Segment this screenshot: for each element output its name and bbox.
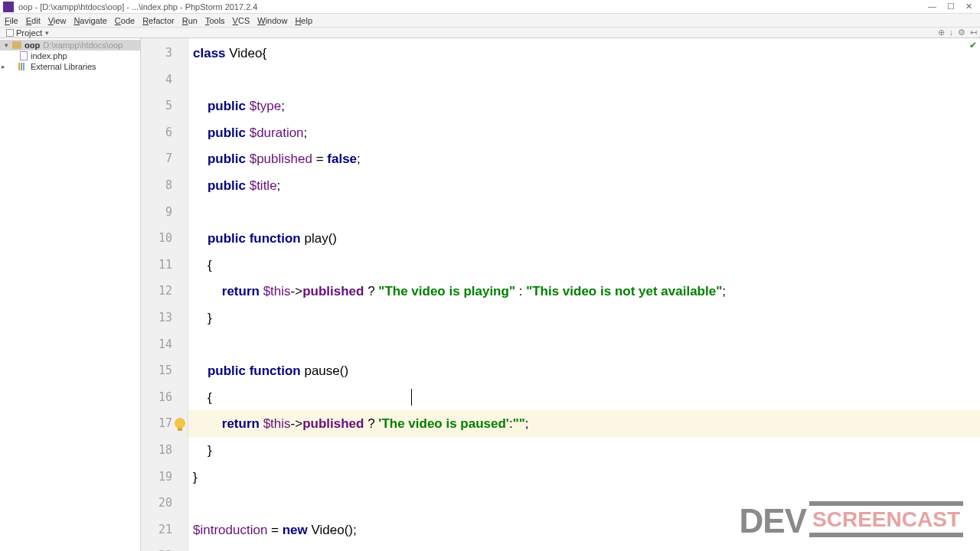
menu-help[interactable]: Help xyxy=(295,16,312,25)
line-number[interactable]: 5 xyxy=(141,93,188,119)
line-number[interactable]: 7 xyxy=(141,145,188,172)
project-label: Project xyxy=(16,28,42,37)
line-number[interactable]: 6 xyxy=(141,119,188,146)
tree-libs-name: External Libraries xyxy=(31,62,96,71)
code-line[interactable]: { xyxy=(188,384,980,411)
line-number[interactable]: 4 xyxy=(141,67,188,93)
line-number[interactable]: 8 xyxy=(141,172,188,199)
php-file-icon xyxy=(20,51,28,60)
chevron-right-icon[interactable]: ▸ xyxy=(2,63,9,70)
menu-view[interactable]: View xyxy=(48,16,67,25)
tree-external-libraries[interactable]: ▸ External Libraries xyxy=(0,61,140,72)
code-line[interactable]: public $duration; xyxy=(188,119,980,146)
close-icon[interactable]: ✕ xyxy=(965,2,972,11)
code-line[interactable]: } xyxy=(188,437,980,464)
code-line[interactable]: return $this->published ? 'The video is … xyxy=(188,410,980,437)
line-number[interactable]: 20 xyxy=(141,490,188,517)
code-line[interactable] xyxy=(188,331,980,358)
line-number[interactable]: 18 xyxy=(141,437,188,464)
code-line[interactable]: public function play() xyxy=(188,225,980,252)
line-number[interactable]: 11 xyxy=(141,252,188,279)
titlebar: oop - [D:\xampp\htdocs\oop] - ...\index.… xyxy=(0,0,980,14)
code-line[interactable]: } xyxy=(188,305,980,331)
toolbar: Project ▾ ⊕ ↓ ⚙ ↤ xyxy=(0,28,980,38)
hide-icon[interactable]: ↤ xyxy=(970,28,977,37)
menu-vcs[interactable]: VCS xyxy=(233,16,250,25)
maximize-icon[interactable]: ☐ xyxy=(947,2,955,11)
code-area[interactable]: class Video{ public $type; public $durat… xyxy=(188,38,980,551)
code-line[interactable] xyxy=(188,199,980,226)
code-line[interactable] xyxy=(188,490,980,517)
line-number[interactable]: 19 xyxy=(141,464,188,491)
line-number[interactable]: 22 xyxy=(141,543,188,551)
line-number[interactable]: 3 xyxy=(141,40,188,67)
menu-navigate[interactable]: Navigate xyxy=(74,16,106,25)
line-number[interactable]: 16 xyxy=(141,384,188,411)
line-number[interactable]: 21 xyxy=(141,517,188,543)
gear-icon[interactable]: ⚙ xyxy=(958,28,965,37)
gutter[interactable]: 345678910111213141516171819202122 xyxy=(141,38,188,551)
line-number[interactable]: 15 xyxy=(141,357,188,384)
chevron-down-icon: ▾ xyxy=(45,29,49,37)
code-line[interactable]: public $type; xyxy=(188,93,980,119)
code-line[interactable] xyxy=(188,67,980,93)
line-number[interactable]: 12 xyxy=(141,278,188,305)
code-line[interactable]: { xyxy=(188,252,980,279)
line-number[interactable]: 9 xyxy=(141,199,188,226)
project-icon xyxy=(6,29,14,37)
code-line[interactable]: public function pause() xyxy=(188,357,980,384)
chevron-down-icon[interactable]: ▾ xyxy=(5,41,12,49)
line-number[interactable]: 13 xyxy=(141,305,188,331)
tree-root-path: D:\xampp\htdocs\oop xyxy=(43,41,122,50)
menu-refactor[interactable]: Refactor xyxy=(142,16,175,25)
code-line[interactable]: class Video{ xyxy=(188,40,980,67)
window-title: oop - [D:\xampp\htdocs\oop] - ...\index.… xyxy=(18,2,257,11)
tree-file-name: index.php xyxy=(31,51,67,60)
code-line[interactable]: $introduction = new Video(); xyxy=(188,517,980,543)
menu-edit[interactable]: Edit xyxy=(26,16,41,25)
code-line[interactable]: public $title; xyxy=(188,172,980,199)
menu-tools[interactable]: Tools xyxy=(205,16,225,25)
line-number[interactable]: 10 xyxy=(141,225,188,252)
minimize-icon[interactable]: — xyxy=(928,2,936,11)
project-tree[interactable]: ▾ oop D:\xampp\htdocs\oop index.php ▸ Ex… xyxy=(0,38,140,73)
menubar: FileEditViewNavigateCodeRefactorRunTools… xyxy=(0,14,980,28)
code-editor[interactable]: ✔ 345678910111213141516171819202122 clas… xyxy=(141,38,980,551)
app-icon xyxy=(3,2,14,12)
tree-file[interactable]: index.php xyxy=(0,51,140,61)
code-line[interactable]: } xyxy=(188,464,980,491)
text-cursor xyxy=(411,389,412,406)
folder-icon xyxy=(12,41,21,49)
code-line[interactable]: $video2 = new Video(); xyxy=(188,543,980,551)
menu-run[interactable]: Run xyxy=(182,16,198,25)
line-number[interactable]: 14 xyxy=(141,331,188,358)
tree-root-name: oop xyxy=(24,41,40,50)
code-line[interactable]: public $published = false; xyxy=(188,145,980,172)
tree-root[interactable]: ▾ oop D:\xampp\htdocs\oop xyxy=(0,40,140,51)
locate-icon[interactable]: ↓ xyxy=(949,28,954,37)
menu-code[interactable]: Code xyxy=(115,16,135,25)
menu-window[interactable]: Window xyxy=(257,16,287,25)
libraries-icon xyxy=(18,63,28,70)
project-selector[interactable]: Project ▾ xyxy=(3,28,52,37)
collapse-icon[interactable]: ⊕ xyxy=(938,28,945,37)
menu-file[interactable]: File xyxy=(5,16,18,25)
project-sidebar: ▾ oop D:\xampp\htdocs\oop index.php ▸ Ex… xyxy=(0,38,141,551)
code-line[interactable]: return $this->published ? "The video is … xyxy=(188,278,980,305)
